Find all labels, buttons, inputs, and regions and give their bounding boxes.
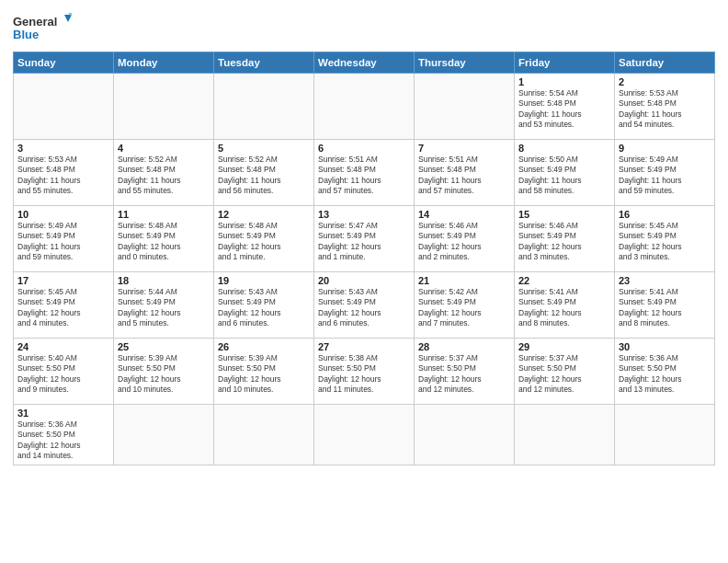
weekday-header-wednesday: Wednesday (314, 52, 415, 74)
day-number: 26 (218, 341, 310, 352)
day-info: Sunrise: 5:47 AM Sunset: 5:49 PM Dayligh… (318, 221, 410, 263)
day-number: 18 (118, 275, 210, 286)
calendar-cell: 8Sunrise: 5:50 AM Sunset: 5:49 PM Daylig… (515, 140, 615, 206)
day-info: Sunrise: 5:50 AM Sunset: 5:49 PM Dayligh… (518, 155, 610, 197)
calendar-week-3: 10Sunrise: 5:49 AM Sunset: 5:49 PM Dayli… (14, 206, 715, 272)
day-number: 8 (518, 143, 610, 154)
day-info: Sunrise: 5:48 AM Sunset: 5:49 PM Dayligh… (118, 221, 210, 263)
svg-text:Blue: Blue (13, 28, 39, 41)
calendar-week-5: 24Sunrise: 5:40 AM Sunset: 5:50 PM Dayli… (14, 339, 715, 405)
day-number: 30 (619, 341, 711, 352)
calendar-cell: 13Sunrise: 5:47 AM Sunset: 5:49 PM Dayli… (314, 206, 415, 272)
day-info: Sunrise: 5:45 AM Sunset: 5:49 PM Dayligh… (17, 287, 109, 329)
calendar-cell: 25Sunrise: 5:39 AM Sunset: 5:50 PM Dayli… (114, 339, 214, 405)
day-info: Sunrise: 5:52 AM Sunset: 5:48 PM Dayligh… (218, 155, 310, 197)
weekday-header-sunday: Sunday (14, 52, 114, 74)
calendar-cell: 12Sunrise: 5:48 AM Sunset: 5:49 PM Dayli… (214, 206, 314, 272)
day-info: Sunrise: 5:40 AM Sunset: 5:50 PM Dayligh… (17, 353, 109, 396)
calendar-cell: 29Sunrise: 5:37 AM Sunset: 5:50 PM Dayli… (515, 339, 615, 405)
day-number: 5 (218, 143, 310, 154)
day-number: 4 (118, 143, 210, 154)
calendar-cell: 20Sunrise: 5:43 AM Sunset: 5:49 PM Dayli… (314, 272, 415, 339)
calendar-cell: 31Sunrise: 5:36 AM Sunset: 5:50 PM Dayli… (14, 405, 114, 465)
day-info: Sunrise: 5:42 AM Sunset: 5:49 PM Dayligh… (418, 287, 510, 329)
calendar-cell (314, 74, 415, 140)
calendar-cell: 10Sunrise: 5:49 AM Sunset: 5:49 PM Dayli… (14, 206, 114, 272)
calendar-cell (314, 405, 415, 465)
day-number: 14 (418, 209, 510, 220)
day-number: 10 (17, 209, 109, 220)
day-number: 22 (518, 275, 610, 286)
day-number: 16 (619, 209, 711, 220)
calendar-cell: 30Sunrise: 5:36 AM Sunset: 5:50 PM Dayli… (615, 339, 715, 405)
calendar-cell: 21Sunrise: 5:42 AM Sunset: 5:49 PM Dayli… (415, 272, 515, 339)
day-info: Sunrise: 5:37 AM Sunset: 5:50 PM Dayligh… (418, 353, 510, 396)
day-number: 2 (619, 76, 711, 87)
calendar-cell: 6Sunrise: 5:51 AM Sunset: 5:48 PM Daylig… (314, 140, 415, 206)
day-number: 29 (518, 341, 610, 352)
day-number: 19 (218, 275, 310, 286)
day-number: 7 (418, 143, 510, 154)
calendar-cell (114, 405, 214, 465)
calendar-cell (415, 74, 515, 140)
calendar-cell: 16Sunrise: 5:45 AM Sunset: 5:49 PM Dayli… (615, 206, 715, 272)
day-info: Sunrise: 5:51 AM Sunset: 5:48 PM Dayligh… (418, 155, 510, 197)
calendar-cell: 24Sunrise: 5:40 AM Sunset: 5:50 PM Dayli… (14, 339, 114, 405)
weekday-header-saturday: Saturday (615, 52, 715, 74)
weekday-header-thursday: Thursday (415, 52, 515, 74)
day-number: 21 (418, 275, 510, 286)
day-info: Sunrise: 5:37 AM Sunset: 5:50 PM Dayligh… (518, 353, 610, 396)
day-number: 13 (318, 209, 410, 220)
calendar-cell: 5Sunrise: 5:52 AM Sunset: 5:48 PM Daylig… (214, 140, 314, 206)
calendar-table: SundayMondayTuesdayWednesdayThursdayFrid… (13, 52, 715, 465)
day-number: 11 (118, 209, 210, 220)
day-info: Sunrise: 5:52 AM Sunset: 5:48 PM Dayligh… (118, 155, 210, 197)
day-info: Sunrise: 5:45 AM Sunset: 5:49 PM Dayligh… (619, 221, 711, 263)
calendar-week-2: 3Sunrise: 5:53 AM Sunset: 5:48 PM Daylig… (14, 140, 715, 206)
generalblue-logo: General Blue (13, 11, 77, 46)
day-number: 27 (318, 341, 410, 352)
day-info: Sunrise: 5:48 AM Sunset: 5:49 PM Dayligh… (218, 221, 310, 263)
day-info: Sunrise: 5:41 AM Sunset: 5:49 PM Dayligh… (619, 287, 711, 329)
day-info: Sunrise: 5:39 AM Sunset: 5:50 PM Dayligh… (118, 353, 210, 396)
weekday-header-tuesday: Tuesday (214, 52, 314, 74)
day-info: Sunrise: 5:44 AM Sunset: 5:49 PM Dayligh… (118, 287, 210, 329)
day-info: Sunrise: 5:36 AM Sunset: 5:50 PM Dayligh… (17, 419, 109, 462)
calendar-cell: 14Sunrise: 5:46 AM Sunset: 5:49 PM Dayli… (415, 206, 515, 272)
day-number: 15 (518, 209, 610, 220)
day-info: Sunrise: 5:53 AM Sunset: 5:48 PM Dayligh… (619, 88, 711, 131)
day-number: 31 (17, 408, 109, 419)
day-number: 9 (619, 143, 711, 154)
calendar-cell: 27Sunrise: 5:38 AM Sunset: 5:50 PM Dayli… (314, 339, 415, 405)
calendar-cell: 7Sunrise: 5:51 AM Sunset: 5:48 PM Daylig… (415, 140, 515, 206)
calendar-cell (214, 405, 314, 465)
calendar-cell: 3Sunrise: 5:53 AM Sunset: 5:48 PM Daylig… (14, 140, 114, 206)
logo: General Blue (13, 11, 77, 46)
day-info: Sunrise: 5:51 AM Sunset: 5:48 PM Dayligh… (318, 155, 410, 197)
day-number: 17 (17, 275, 109, 286)
day-info: Sunrise: 5:41 AM Sunset: 5:49 PM Dayligh… (518, 287, 610, 329)
weekday-header-friday: Friday (515, 52, 615, 74)
day-info: Sunrise: 5:54 AM Sunset: 5:48 PM Dayligh… (518, 88, 610, 131)
svg-text:General: General (13, 15, 57, 29)
calendar-cell: 15Sunrise: 5:46 AM Sunset: 5:49 PM Dayli… (515, 206, 615, 272)
calendar-cell: 17Sunrise: 5:45 AM Sunset: 5:49 PM Dayli… (14, 272, 114, 339)
calendar-cell: 4Sunrise: 5:52 AM Sunset: 5:48 PM Daylig… (114, 140, 214, 206)
day-info: Sunrise: 5:53 AM Sunset: 5:48 PM Dayligh… (17, 155, 109, 197)
calendar-cell: 11Sunrise: 5:48 AM Sunset: 5:49 PM Dayli… (114, 206, 214, 272)
calendar-cell (515, 405, 615, 465)
page: General Blue SundayMondayTuesdayWednesda… (0, 0, 728, 563)
day-info: Sunrise: 5:36 AM Sunset: 5:50 PM Dayligh… (619, 353, 711, 396)
calendar-cell: 9Sunrise: 5:49 AM Sunset: 5:49 PM Daylig… (615, 140, 715, 206)
weekday-header-row: SundayMondayTuesdayWednesdayThursdayFrid… (14, 52, 715, 74)
day-number: 12 (218, 209, 310, 220)
day-number: 1 (518, 76, 610, 87)
calendar-cell: 2Sunrise: 5:53 AM Sunset: 5:48 PM Daylig… (615, 74, 715, 140)
calendar-cell: 26Sunrise: 5:39 AM Sunset: 5:50 PM Dayli… (214, 339, 314, 405)
day-number: 20 (318, 275, 410, 286)
calendar-week-6: 31Sunrise: 5:36 AM Sunset: 5:50 PM Dayli… (14, 405, 715, 465)
weekday-header-monday: Monday (114, 52, 214, 74)
day-number: 3 (17, 143, 109, 154)
calendar-cell (114, 74, 214, 140)
day-info: Sunrise: 5:49 AM Sunset: 5:49 PM Dayligh… (619, 155, 711, 197)
